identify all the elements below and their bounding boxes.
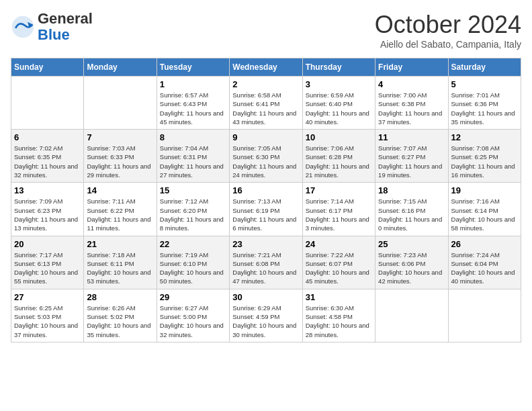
day-number: 20 — [14, 239, 81, 249]
calendar-cell: 12Sunrise: 7:08 AM Sunset: 6:25 PM Dayli… — [448, 130, 521, 183]
calendar-cell: 17Sunrise: 7:14 AM Sunset: 6:17 PM Dayli… — [302, 183, 375, 236]
calendar-cell: 2Sunrise: 6:58 AM Sunset: 6:41 PM Daylig… — [230, 77, 302, 130]
calendar-week-row: 13Sunrise: 7:09 AM Sunset: 6:23 PM Dayli… — [11, 183, 521, 236]
day-number: 26 — [451, 239, 518, 249]
calendar-cell — [448, 289, 521, 342]
calendar-cell: 1Sunrise: 6:57 AM Sunset: 6:43 PM Daylig… — [157, 77, 229, 130]
calendar-cell: 4Sunrise: 7:00 AM Sunset: 6:38 PM Daylig… — [375, 77, 448, 130]
day-number: 13 — [14, 185, 81, 195]
day-info: Sunrise: 6:59 AM Sunset: 6:40 PM Dayligh… — [306, 91, 372, 126]
calendar-cell: 18Sunrise: 7:15 AM Sunset: 6:16 PM Dayli… — [375, 183, 448, 236]
day-header-sunday: Sunday — [11, 58, 84, 77]
calendar-cell: 10Sunrise: 7:06 AM Sunset: 6:28 PM Dayli… — [302, 130, 375, 183]
day-number: 14 — [87, 185, 153, 195]
calendar-cell: 16Sunrise: 7:13 AM Sunset: 6:19 PM Dayli… — [230, 183, 302, 236]
day-number: 25 — [378, 239, 445, 249]
day-info: Sunrise: 6:30 AM Sunset: 4:58 PM Dayligh… — [306, 304, 372, 339]
day-header-monday: Monday — [84, 58, 157, 77]
day-number: 11 — [378, 132, 445, 142]
day-info: Sunrise: 6:29 AM Sunset: 4:59 PM Dayligh… — [232, 304, 299, 339]
day-info: Sunrise: 7:05 AM Sunset: 6:30 PM Dayligh… — [232, 144, 299, 179]
day-info: Sunrise: 7:01 AM Sunset: 6:36 PM Dayligh… — [451, 91, 518, 126]
title-block: October 2024 Aiello del Sabato, Campania… — [375, 11, 521, 50]
day-number: 5 — [451, 79, 518, 89]
day-info: Sunrise: 7:16 AM Sunset: 6:14 PM Dayligh… — [451, 197, 518, 232]
month-title: October 2024 — [375, 11, 521, 39]
day-info: Sunrise: 7:19 AM Sunset: 6:10 PM Dayligh… — [160, 250, 226, 286]
day-info: Sunrise: 7:07 AM Sunset: 6:27 PM Dayligh… — [378, 144, 445, 179]
calendar-header-row: SundayMondayTuesdayWednesdayThursdayFrid… — [11, 58, 521, 77]
day-number: 24 — [306, 239, 372, 249]
day-header-thursday: Thursday — [302, 58, 375, 77]
day-number: 29 — [160, 292, 226, 302]
day-info: Sunrise: 6:26 AM Sunset: 5:02 PM Dayligh… — [87, 304, 153, 339]
day-number: 22 — [160, 239, 226, 249]
logo-blue-text: Blue — [38, 26, 70, 43]
calendar-week-row: 6Sunrise: 7:02 AM Sunset: 6:35 PM Daylig… — [11, 130, 521, 183]
calendar-cell: 25Sunrise: 7:23 AM Sunset: 6:06 PM Dayli… — [375, 236, 448, 289]
day-header-saturday: Saturday — [448, 58, 521, 77]
day-info: Sunrise: 7:12 AM Sunset: 6:20 PM Dayligh… — [160, 197, 226, 232]
day-info: Sunrise: 7:09 AM Sunset: 6:23 PM Dayligh… — [14, 197, 81, 232]
calendar-cell: 9Sunrise: 7:05 AM Sunset: 6:30 PM Daylig… — [230, 130, 302, 183]
day-number: 28 — [87, 292, 153, 302]
day-number: 30 — [232, 292, 299, 302]
day-info: Sunrise: 7:04 AM Sunset: 6:31 PM Dayligh… — [160, 144, 226, 179]
calendar-cell: 29Sunrise: 6:27 AM Sunset: 5:00 PM Dayli… — [157, 289, 229, 342]
day-info: Sunrise: 7:02 AM Sunset: 6:35 PM Dayligh… — [14, 144, 81, 179]
day-number: 23 — [232, 239, 299, 249]
day-info: Sunrise: 7:23 AM Sunset: 6:06 PM Dayligh… — [378, 250, 445, 286]
day-number: 10 — [306, 132, 372, 142]
day-info: Sunrise: 7:24 AM Sunset: 6:04 PM Dayligh… — [451, 250, 518, 286]
calendar-cell: 5Sunrise: 7:01 AM Sunset: 6:36 PM Daylig… — [448, 77, 521, 130]
day-info: Sunrise: 7:22 AM Sunset: 6:07 PM Dayligh… — [306, 250, 372, 286]
day-number: 15 — [160, 185, 226, 195]
day-number: 12 — [451, 132, 518, 142]
calendar-cell: 6Sunrise: 7:02 AM Sunset: 6:35 PM Daylig… — [11, 130, 84, 183]
calendar-cell: 21Sunrise: 7:18 AM Sunset: 6:11 PM Dayli… — [84, 236, 157, 289]
calendar-cell: 14Sunrise: 7:11 AM Sunset: 6:22 PM Dayli… — [84, 183, 157, 236]
day-number: 4 — [378, 79, 445, 89]
location: Aiello del Sabato, Campania, Italy — [375, 39, 521, 50]
calendar-week-row: 20Sunrise: 7:17 AM Sunset: 6:13 PM Dayli… — [11, 236, 521, 289]
day-header-wednesday: Wednesday — [230, 58, 302, 77]
day-info: Sunrise: 7:06 AM Sunset: 6:28 PM Dayligh… — [306, 144, 372, 179]
calendar-cell: 11Sunrise: 7:07 AM Sunset: 6:27 PM Dayli… — [375, 130, 448, 183]
day-number: 9 — [232, 132, 299, 142]
day-info: Sunrise: 7:14 AM Sunset: 6:17 PM Dayligh… — [306, 197, 372, 232]
calendar-cell: 22Sunrise: 7:19 AM Sunset: 6:10 PM Dayli… — [157, 236, 229, 289]
calendar-week-row: 1Sunrise: 6:57 AM Sunset: 6:43 PM Daylig… — [11, 77, 521, 130]
day-header-friday: Friday — [375, 58, 448, 77]
day-number: 16 — [232, 185, 299, 195]
day-number: 2 — [232, 79, 299, 89]
calendar-cell — [11, 77, 84, 130]
day-number: 18 — [378, 185, 445, 195]
day-header-tuesday: Tuesday — [157, 58, 229, 77]
day-number: 21 — [87, 239, 153, 249]
logo-icon — [11, 15, 35, 39]
calendar-table: SundayMondayTuesdayWednesdayThursdayFrid… — [11, 58, 521, 342]
calendar-cell: 23Sunrise: 7:21 AM Sunset: 6:08 PM Dayli… — [230, 236, 302, 289]
day-number: 31 — [306, 292, 372, 302]
day-info: Sunrise: 7:00 AM Sunset: 6:38 PM Dayligh… — [378, 91, 445, 126]
calendar-cell: 8Sunrise: 7:04 AM Sunset: 6:31 PM Daylig… — [157, 130, 229, 183]
calendar-cell: 19Sunrise: 7:16 AM Sunset: 6:14 PM Dayli… — [448, 183, 521, 236]
day-number: 7 — [87, 132, 153, 142]
calendar-cell: 20Sunrise: 7:17 AM Sunset: 6:13 PM Dayli… — [11, 236, 84, 289]
day-info: Sunrise: 7:15 AM Sunset: 6:16 PM Dayligh… — [378, 197, 445, 232]
day-number: 6 — [14, 132, 81, 142]
day-info: Sunrise: 6:25 AM Sunset: 5:03 PM Dayligh… — [14, 304, 81, 339]
day-info: Sunrise: 7:03 AM Sunset: 6:33 PM Dayligh… — [87, 144, 153, 179]
page-header: General Blue October 2024 Aiello del Sab… — [11, 11, 521, 50]
logo-general-text: General — [38, 10, 93, 27]
day-info: Sunrise: 6:58 AM Sunset: 6:41 PM Dayligh… — [232, 91, 299, 126]
calendar-cell: 30Sunrise: 6:29 AM Sunset: 4:59 PM Dayli… — [230, 289, 302, 342]
calendar-cell: 27Sunrise: 6:25 AM Sunset: 5:03 PM Dayli… — [11, 289, 84, 342]
day-number: 8 — [160, 132, 226, 142]
calendar-cell: 24Sunrise: 7:22 AM Sunset: 6:07 PM Dayli… — [302, 236, 375, 289]
calendar-week-row: 27Sunrise: 6:25 AM Sunset: 5:03 PM Dayli… — [11, 289, 521, 342]
day-number: 1 — [160, 79, 226, 89]
day-info: Sunrise: 7:18 AM Sunset: 6:11 PM Dayligh… — [87, 250, 153, 286]
calendar-cell: 7Sunrise: 7:03 AM Sunset: 6:33 PM Daylig… — [84, 130, 157, 183]
calendar-cell: 3Sunrise: 6:59 AM Sunset: 6:40 PM Daylig… — [302, 77, 375, 130]
